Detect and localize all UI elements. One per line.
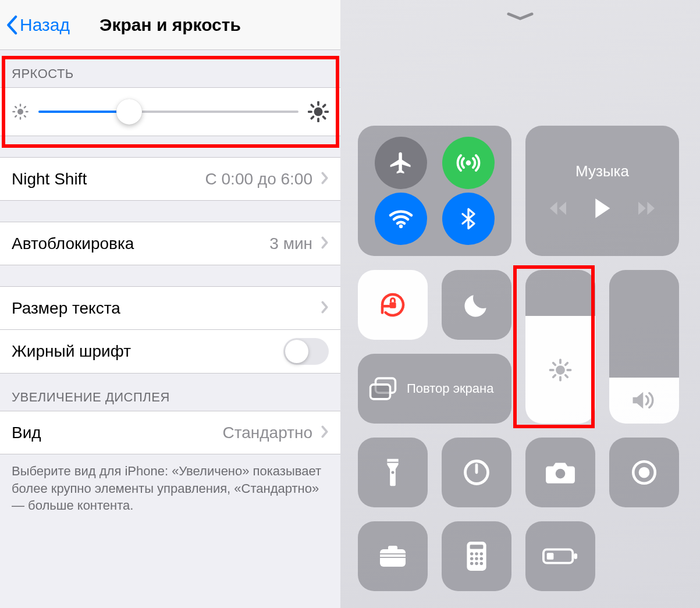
volume-vertical-slider[interactable] [609,270,679,424]
svg-point-37 [639,467,650,478]
svg-point-9 [314,108,323,116]
wifi-button[interactable] [375,193,427,245]
brightness-slider[interactable] [38,111,299,113]
svg-rect-52 [574,553,577,559]
svg-line-5 [15,106,16,108]
connectivity-tile[interactable] [358,126,511,256]
slider-empty [525,270,595,316]
chevron-left-icon [6,15,17,35]
brightness-high-icon [308,101,329,122]
toggle-knob [285,340,308,363]
brightness-slider-row [0,87,340,136]
display-zoom-footer: Выберите вид для iPhone: «Увеличено» пок… [0,454,340,522]
svg-point-43 [475,552,478,555]
brightness-vertical-slider[interactable] [525,270,595,424]
back-button[interactable]: Назад [0,15,70,35]
timer-icon [461,457,492,488]
svg-point-47 [480,557,483,560]
calculator-icon [465,541,488,572]
bluetooth-button[interactable] [442,193,495,245]
svg-line-28 [553,362,556,365]
play-icon[interactable] [592,197,613,220]
airplane-icon [388,150,414,176]
control-center-panel: Музыка [340,0,700,608]
text-size-label: Размер текста [12,299,312,318]
svg-line-16 [311,117,313,119]
flashlight-button[interactable] [358,438,428,507]
orientation-lock-button[interactable] [358,270,428,340]
screen-mirroring-button[interactable]: Повтор экрана [358,354,511,424]
display-zoom-header: УВЕЛИЧЕНИЕ ДИСПЛЕЯ [0,374,340,411]
svg-line-17 [324,105,325,106]
bold-text-row: Жирный шрифт [0,330,340,374]
music-tile[interactable]: Музыка [525,126,679,256]
battery-icon [542,546,578,566]
chevron-down-icon[interactable] [506,12,535,21]
volume-icon [631,389,658,412]
bold-text-toggle[interactable] [283,338,329,365]
svg-rect-20 [389,303,396,308]
svg-point-32 [391,471,394,474]
svg-line-7 [15,116,16,117]
previous-track-icon[interactable] [548,200,568,216]
do-not-disturb-button[interactable] [442,270,511,340]
brightness-low-icon [12,103,29,120]
calculator-button[interactable] [442,521,511,591]
airplane-mode-button[interactable] [375,137,427,189]
night-shift-row[interactable]: Night Shift С 0:00 до 6:00 [0,157,340,201]
next-track-icon[interactable] [636,200,657,216]
cellular-button[interactable] [442,137,495,189]
timer-button[interactable] [442,438,511,507]
view-value: Стандартно [223,424,313,442]
svg-rect-22 [371,385,390,399]
lock-rotation-icon [377,289,408,321]
svg-point-35 [556,469,566,479]
music-controls [548,197,657,220]
auto-lock-value: 3 мин [269,234,312,253]
chevron-right-icon [321,170,329,189]
mirroring-label: Повтор экрана [407,381,493,396]
bold-text-label: Жирный шрифт [12,342,283,361]
svg-line-31 [566,362,568,365]
svg-point-18 [466,161,471,166]
low-power-button[interactable] [525,521,595,591]
night-shift-value: С 0:00 до 6:00 [205,170,312,189]
slider-knob[interactable] [116,99,142,125]
svg-point-45 [470,557,473,560]
svg-line-6 [24,116,26,117]
text-size-row[interactable]: Размер текста [0,286,340,330]
flashlight-icon [383,457,402,488]
svg-line-15 [324,117,325,119]
navbar: Назад Экран и яркость [0,0,340,50]
svg-point-49 [475,562,478,565]
svg-point-48 [470,562,473,565]
mirroring-icon [368,376,397,401]
chevron-right-icon [321,424,329,442]
svg-point-0 [17,109,23,115]
auto-lock-row[interactable]: Автоблокировка 3 мин [0,222,340,265]
svg-line-30 [553,375,556,377]
wifi-icon [387,205,415,233]
svg-point-23 [556,365,565,375]
wallet-button[interactable] [358,521,428,591]
svg-point-50 [480,562,483,565]
bluetooth-icon [457,205,480,233]
wallet-icon [378,543,408,570]
svg-point-44 [480,552,483,555]
screen-record-button[interactable] [609,438,679,507]
svg-point-46 [475,557,478,560]
svg-rect-41 [470,545,484,549]
record-icon [630,458,659,487]
chevron-right-icon [321,234,329,253]
camera-button[interactable] [525,438,595,507]
brightness-icon [548,358,573,382]
view-label: Вид [12,424,223,442]
svg-point-19 [399,225,403,228]
svg-line-8 [24,106,26,108]
back-label: Назад [20,15,70,35]
slider-fill [525,316,595,424]
view-row[interactable]: Вид Стандартно [0,411,340,454]
svg-rect-39 [388,546,397,550]
camera-icon [545,460,576,485]
slider-empty [609,270,679,378]
